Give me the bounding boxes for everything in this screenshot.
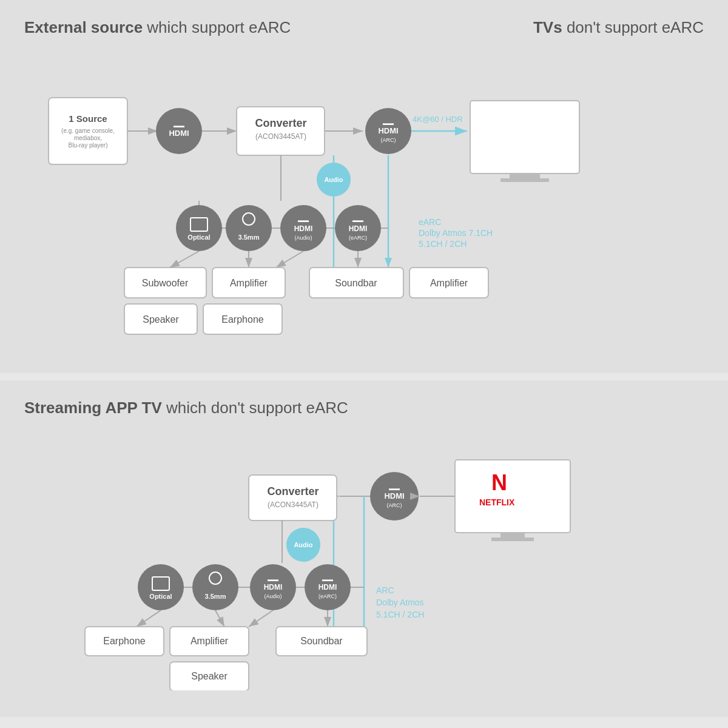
svg-text:HDMI: HDMI — [378, 126, 398, 135]
svg-text:HDMI: HDMI — [294, 224, 313, 233]
svg-text:Converter: Converter — [255, 117, 306, 129]
svg-text:(ACON3445AT): (ACON3445AT) — [268, 500, 318, 509]
svg-text:Earphone: Earphone — [221, 314, 263, 325]
svg-text:Optical: Optical — [149, 593, 172, 600]
svg-rect-24 — [500, 178, 549, 182]
svg-text:NETFLIX: NETFLIX — [479, 497, 515, 507]
svg-point-37 — [176, 205, 222, 251]
svg-text:eARC: eARC — [419, 217, 441, 227]
svg-text:▬▬: ▬▬ — [383, 120, 394, 126]
svg-text:Subwoofer: Subwoofer — [142, 278, 189, 288]
section1-subtitle: TVs don't support eARC — [533, 18, 704, 37]
svg-text:3.5mm: 3.5mm — [205, 593, 226, 600]
svg-text:Soundbar: Soundbar — [335, 278, 377, 288]
section1-title: External source which support eARC — [24, 18, 291, 37]
svg-text:(ARC): (ARC) — [381, 137, 396, 143]
svg-line-54 — [276, 251, 303, 268]
svg-text:3.5mm: 3.5mm — [238, 234, 260, 241]
svg-text:HDMI: HDMI — [349, 224, 368, 233]
svg-text:Audio: Audio — [324, 176, 343, 183]
svg-text:▬▬: ▬▬ — [174, 123, 184, 129]
svg-text:Audio: Audio — [294, 541, 312, 548]
svg-text:Dolby Atmos: Dolby Atmos — [376, 598, 424, 607]
svg-point-97 — [138, 564, 184, 610]
svg-line-113 — [249, 610, 273, 627]
svg-text:4K@60 / HDR: 4K@60 / HDR — [413, 115, 463, 124]
svg-text:(Audio): (Audio) — [294, 235, 312, 241]
svg-text:mediabox,: mediabox, — [74, 135, 102, 141]
svg-rect-23 — [510, 174, 540, 178]
svg-line-111 — [136, 610, 161, 627]
svg-point-100 — [192, 564, 238, 610]
svg-text:(e.g. game console,: (e.g. game console, — [61, 127, 115, 134]
svg-point-40 — [226, 205, 272, 251]
section2-title: Streaming APP TV which don't support eAR… — [24, 399, 704, 417]
svg-text:▬▬: ▬▬ — [322, 576, 333, 582]
svg-text:Soundbar: Soundbar — [300, 636, 343, 646]
svg-text:HDMI: HDMI — [318, 583, 337, 592]
svg-text:1 Source: 1 Source — [69, 113, 107, 124]
svg-text:Earphone: Earphone — [103, 636, 145, 646]
svg-text:N: N — [491, 470, 507, 495]
section-external-source: External source which support eARC TVs d… — [0, 0, 728, 373]
svg-line-112 — [215, 610, 224, 627]
svg-text:(ARC): (ARC) — [387, 502, 402, 508]
svg-text:▬▬: ▬▬ — [298, 217, 309, 223]
svg-text:(Audio): (Audio) — [264, 593, 281, 599]
svg-rect-77 — [491, 538, 534, 541]
svg-text:Amplifier: Amplifier — [190, 636, 229, 646]
svg-text:HDMI: HDMI — [264, 583, 283, 592]
svg-text:(ACON3445AT): (ACON3445AT) — [255, 132, 306, 141]
section2-diagram: N NETFLIX ▬▬ HDMI (ARC) Converter (ACON3… — [24, 430, 704, 690]
svg-text:Converter: Converter — [267, 485, 318, 497]
section-streaming-app: Streaming APP TV which don't support eAR… — [0, 380, 728, 717]
svg-text:Amplifier: Amplifier — [230, 278, 268, 288]
svg-text:HDMI: HDMI — [384, 491, 404, 500]
svg-text:▬▬: ▬▬ — [268, 576, 278, 582]
svg-text:Dolby Atmos 7.1CH: Dolby Atmos 7.1CH — [419, 228, 493, 238]
svg-line-65 — [170, 251, 199, 268]
svg-text:Speaker: Speaker — [143, 314, 179, 325]
svg-rect-73 — [455, 460, 570, 533]
svg-text:▬▬: ▬▬ — [389, 485, 400, 491]
svg-rect-22 — [470, 101, 579, 174]
svg-text:Optical: Optical — [187, 234, 210, 241]
svg-text:5.1CH / 2CH: 5.1CH / 2CH — [419, 239, 467, 249]
svg-text:(eARC): (eARC) — [318, 593, 337, 599]
svg-text:Amplifier: Amplifier — [430, 278, 468, 288]
svg-text:HDMI: HDMI — [169, 129, 189, 138]
svg-text:▬▬: ▬▬ — [352, 217, 363, 223]
svg-rect-10 — [237, 107, 325, 155]
svg-text:Speaker: Speaker — [191, 671, 228, 681]
svg-text:(eARC): (eARC) — [349, 235, 367, 241]
section1-diagram: 1 Source (e.g. game console, mediabox, B… — [24, 49, 704, 346]
svg-rect-84 — [249, 475, 337, 521]
svg-text:ARC: ARC — [376, 585, 394, 595]
svg-text:5.1CH / 2CH: 5.1CH / 2CH — [376, 610, 424, 619]
svg-text:Blu-ray player): Blu-ray player) — [68, 142, 107, 149]
svg-rect-76 — [500, 533, 525, 538]
